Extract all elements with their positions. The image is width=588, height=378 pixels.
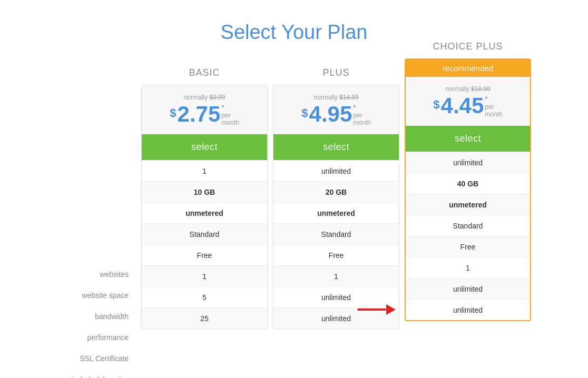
plan-choice-plus-sub: unlimited: [406, 299, 530, 320]
plan-basic-card: normally $9.99 $ 2.75 * per month: [141, 85, 268, 329]
plan-plus-suffix: * per month: [353, 103, 370, 126]
plan-basic-select[interactable]: select: [142, 134, 267, 160]
plan-choice-plus-websites: unlimited: [406, 152, 530, 173]
label-ssl: SSL Certificate: [57, 348, 131, 369]
plan-choice-plus-normally: normally $18.99: [411, 85, 525, 93]
page-container: Select Your Plan websites website space …: [0, 0, 588, 378]
plan-plus-performance: Standard: [273, 223, 399, 244]
label-bandwidth: bandwidth: [57, 306, 131, 327]
plan-choice-plus-card: recommended normally $18.99 $ 4.45 * per: [405, 58, 531, 321]
plan-plus-pricing: normally $14.99 $ 4.95 * per month: [273, 85, 399, 134]
plan-choice-plus-bandwidth: unmetered: [406, 194, 530, 215]
plan-basic-sub: 25: [142, 307, 267, 329]
plan-basic-websites: 1: [142, 160, 267, 181]
plan-plus-websites: unlimited: [273, 160, 399, 181]
plan-plus: PLUS normally $14.99 $ 4.95 * per: [273, 65, 399, 329]
plan-choice-plus-name: CHOICE PLUS: [405, 38, 531, 54]
plan-choice-plus-suffix: * per month: [485, 95, 502, 118]
plan-choice-plus-select[interactable]: select: [406, 126, 530, 152]
plan-basic-price-row: $ 2.75 * per month: [147, 103, 262, 128]
label-included-domains: included domains: [57, 369, 131, 378]
plan-basic-amount: 2.75: [178, 103, 221, 125]
plan-plus-card: normally $14.99 $ 4.95 * per month: [273, 85, 399, 329]
plan-choice-plus-ssl: Free: [406, 236, 530, 257]
plan-choice-plus-space: 40 GB: [406, 173, 530, 194]
plan-basic-domains: 1: [142, 265, 267, 286]
plan-choice-plus-performance: Standard: [406, 215, 530, 236]
plan-plus-bandwidth: unmetered: [273, 202, 399, 223]
plan-plus-space: 20 GB: [273, 181, 399, 202]
plan-basic-ssl: Free: [142, 244, 267, 265]
plan-basic-normally: normally $9.99: [147, 94, 262, 101]
label-website-space: website space: [57, 285, 131, 306]
plan-basic-pricing: normally $9.99 $ 2.75 * per month: [142, 85, 267, 134]
plan-basic-suffix: * per month: [221, 103, 239, 126]
plan-choice-plus-domains: 1: [406, 257, 530, 278]
plan-basic-dollar: $: [170, 106, 176, 120]
plan-choice-plus-amount: 4.45: [441, 95, 484, 117]
plan-plus-select[interactable]: select: [273, 134, 399, 160]
plan-choice-plus-price-row: $ 4.45 * per month: [411, 95, 525, 120]
arrow-head: [386, 304, 396, 315]
label-websites: websites: [57, 264, 131, 285]
plan-choice-plus-pricing: normally $18.99 $ 4.45 * per month: [406, 77, 530, 126]
red-arrow-annotation: [357, 304, 396, 315]
plan-choice-plus-dollar: $: [433, 98, 439, 112]
plan-plus-name: PLUS: [273, 65, 399, 81]
plan-basic-name: BASIC: [141, 65, 268, 81]
plan-plus-dollar: $: [301, 106, 308, 120]
plan-basic-bandwidth: unmetered: [142, 202, 267, 223]
arrow-shaft: [357, 309, 386, 311]
plan-plus-price-row: $ 4.95 * per month: [279, 103, 394, 128]
label-performance: performance: [57, 327, 131, 348]
plan-plus-ssl: Free: [273, 244, 399, 265]
labels-column: websites website space bandwidth perform…: [57, 65, 141, 378]
plan-plus-domains: 1: [273, 265, 399, 286]
plan-choice-plus-parked: unlimited: [406, 278, 530, 299]
recommended-badge: recommended: [406, 59, 530, 77]
plan-basic: BASIC normally $9.99 $ 2.75 * per: [141, 65, 268, 329]
plan-plus-normally: normally $14.99: [279, 94, 394, 101]
plans-wrapper: BASIC normally $9.99 $ 2.75 * per: [141, 65, 531, 329]
plan-plus-amount: 4.95: [309, 103, 352, 125]
plan-choice-plus: CHOICE PLUS recommended normally $18.99 …: [405, 38, 531, 321]
plan-basic-performance: Standard: [142, 223, 267, 244]
plans-layout: websites website space bandwidth perform…: [11, 65, 577, 378]
plan-basic-parked: 5: [142, 286, 267, 307]
plan-basic-space: 10 GB: [142, 181, 267, 202]
